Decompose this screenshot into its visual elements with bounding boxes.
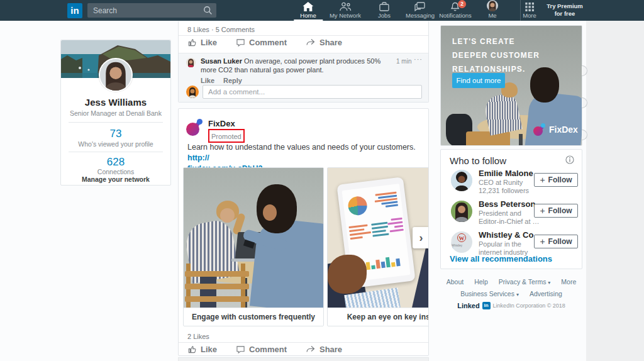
post-author[interactable]: FixDex — [208, 119, 235, 128]
nav-divider — [520, 0, 521, 21]
linkedin-logo[interactable]: in — [67, 3, 82, 18]
footer-link-advertising[interactable]: Advertising — [530, 290, 562, 297]
carousel-card-1[interactable]: Engage with customers frequently — [183, 167, 324, 326]
find-out-more-button[interactable]: Find out more — [452, 73, 505, 88]
comment-menu-icon[interactable]: ··· — [414, 55, 423, 63]
comment-timestamp: 1 min — [396, 58, 411, 65]
comment-button[interactable]: Comment — [236, 345, 287, 354]
ad-headline-3: RELATIONSHIPS. — [452, 65, 526, 74]
whistley-logo[interactable]: W Whistley & Co. — [451, 231, 472, 253]
follow-suggestion-emilie: Emilie Malone CEO at Runity 12,231 follo… — [441, 169, 582, 197]
like-icon — [187, 38, 197, 47]
profile-views-count[interactable]: 73 — [61, 128, 170, 140]
share-icon — [306, 345, 316, 354]
follow-button[interactable]: + Follow — [534, 204, 578, 218]
profile-name[interactable]: Jess Williams — [61, 97, 170, 108]
linkedin-logo-small: in — [482, 302, 491, 309]
who-to-follow-title: Who to follow — [450, 155, 506, 166]
linkedin-wordmark: Linked — [457, 302, 479, 309]
post-stats[interactable]: 2 Likes — [187, 333, 209, 340]
next-post-peek — [178, 357, 429, 361]
info-icon[interactable] — [565, 155, 574, 164]
footer-link-more[interactable]: More — [561, 278, 576, 286]
page-background-strip — [586, 21, 644, 361]
comment-icon — [236, 38, 245, 47]
connections-count[interactable]: 628 — [61, 156, 170, 169]
comment-icon — [236, 345, 245, 354]
add-comment-input[interactable] — [203, 85, 422, 99]
grid-icon — [525, 1, 534, 11]
fixdex-logo[interactable] — [186, 118, 205, 136]
footer-brand: Linked in LinkedIn Corporation © 2018 — [440, 302, 582, 309]
nav-item-my-network[interactable]: My Network — [330, 0, 361, 21]
follow-button[interactable]: + Follow — [534, 235, 578, 248]
connections-label: Connections — [61, 168, 170, 175]
view-all-recommendations-link[interactable]: View all recommendations — [450, 254, 552, 264]
footer-link-business-services[interactable]: Business Services ▾ — [460, 290, 519, 297]
like-button[interactable]: Like — [187, 345, 217, 354]
carousel-next-button[interactable]: › — [413, 227, 429, 248]
carousel-image-1 — [184, 168, 323, 308]
feed-post-fixdex: FixDex Promoted Learn how to undestand t… — [178, 108, 429, 356]
search-box — [87, 3, 216, 18]
comment-reply-link[interactable]: Reply — [223, 77, 242, 84]
manage-network-link[interactable]: Manage your network — [61, 175, 170, 183]
avatar[interactable] — [451, 170, 472, 191]
annotation-promoted-highlight: Promoted — [208, 129, 245, 143]
fixdex-ad-logo: FixDex — [533, 123, 578, 136]
carousel-caption-1[interactable]: Engage with customers frequently — [184, 308, 323, 326]
me-avatar — [487, 0, 498, 11]
comment-like-link[interactable]: Like — [201, 77, 214, 84]
divider — [179, 342, 428, 343]
self-comment-avatar — [186, 86, 199, 98]
avatar[interactable] — [451, 201, 472, 222]
nav-item-more[interactable]: More — [523, 0, 536, 21]
plus-icon: + — [540, 175, 545, 184]
notification-badge: 2 — [458, 0, 466, 8]
fixdex-ad-card[interactable]: LET'S CREATE DEEPER CUSTOMER RELATIONSHI… — [440, 25, 582, 146]
my-network-icon — [340, 1, 352, 11]
follow-button[interactable]: + Follow — [534, 173, 578, 187]
profile-headline: Senior Manager at Denali Bank — [61, 109, 170, 117]
try-premium-link[interactable]: Try Premium for free — [540, 3, 590, 18]
footer-link-help[interactable]: Help — [474, 278, 488, 286]
search-icon[interactable] — [203, 6, 213, 15]
carousel-caption-2[interactable]: Keep an eye on key insights — [328, 308, 429, 326]
footer-link-about[interactable]: About — [447, 278, 464, 286]
chevron-right-icon: › — [419, 231, 423, 245]
share-button[interactable]: Share — [306, 345, 342, 354]
linkedin-home-page: in Home My Network Jobs — [0, 0, 644, 361]
footer-link-privacy[interactable]: Privacy & Terms ▾ — [499, 278, 551, 286]
like-button[interactable]: Like — [187, 38, 217, 47]
share-icon — [306, 38, 316, 47]
who-to-follow-card: Who to follow Emilie Malone CEO at Runit… — [440, 149, 582, 269]
footer-copyright: LinkedIn Corporation © 2018 — [493, 303, 565, 309]
caret-down-icon: ▾ — [548, 280, 550, 286]
ad-headline-1: LET'S CREATE — [452, 37, 515, 46]
profile-avatar[interactable] — [99, 58, 133, 92]
profile-views-label[interactable]: Who's viewed your profile — [61, 140, 170, 148]
promoted-label: Promoted — [211, 133, 242, 140]
post-stats[interactable]: 8 Likes · 5 Comments — [187, 26, 255, 33]
divider — [179, 35, 428, 36]
nav-item-notifications[interactable]: Notifications 2 — [439, 0, 472, 21]
profile-card: Jess Williams Senior Manager at Denali B… — [60, 40, 171, 186]
nav-item-messaging[interactable]: Messaging — [406, 0, 435, 21]
share-button[interactable]: Share — [306, 38, 342, 47]
messaging-icon — [414, 1, 425, 11]
plus-icon: + — [540, 237, 545, 246]
commenter-avatar[interactable] — [186, 58, 196, 67]
home-icon — [303, 1, 314, 11]
comment-button[interactable]: Comment — [236, 38, 287, 47]
nav-item-me[interactable]: Me — [487, 0, 498, 21]
page-footer: About Help Privacy & Terms ▾ More Busine… — [440, 278, 582, 309]
search-input[interactable] — [87, 3, 216, 18]
ad-headline-2: DEEPER CUSTOMER — [452, 51, 540, 60]
caret-down-icon: ▾ — [516, 292, 519, 297]
top-navbar: in Home My Network Jobs — [0, 0, 644, 21]
divider — [69, 122, 163, 123]
nav-item-home[interactable]: Home — [300, 0, 316, 21]
plus-icon: + — [540, 206, 545, 215]
comment-author[interactable]: Susan Luker — [201, 57, 242, 65]
nav-item-jobs[interactable]: Jobs — [378, 0, 391, 21]
